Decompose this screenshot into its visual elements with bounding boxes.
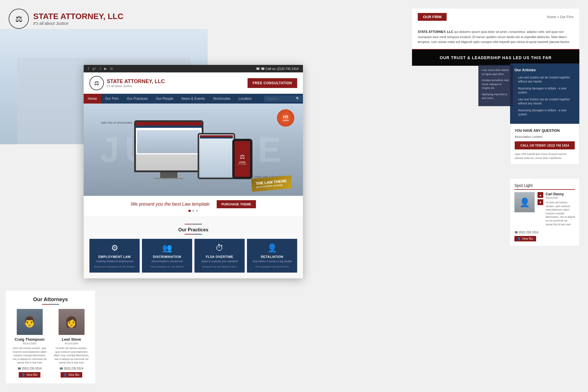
call-today-button[interactable]: CALL US TODAY: (312) 742 1414 <box>515 141 575 149</box>
hero-bottom: We present you the best Law template PUR… <box>84 196 303 217</box>
main-window: f g+ t ▶ in ☎ ☎ Call us: (212) 742 1414 … <box>84 65 303 278</box>
bg-firm-name: STATE ATTORNEY, LLC <box>33 12 123 21</box>
article-item-4[interactable]: ▪ Assessing damages in dollars - a new s… <box>514 108 575 117</box>
discrimination-icon: 👥 <box>145 243 189 253</box>
breadcrumb-home[interactable]: Home <box>547 15 556 19</box>
search-area: 🔍 <box>264 95 303 102</box>
twitter-icon[interactable]: t <box>100 67 101 71</box>
monitor-screen <box>136 122 202 170</box>
spotlight-prev-button[interactable]: ▲ <box>538 192 543 198</box>
user-icon-2: 👤 <box>63 373 67 376</box>
article-item-1[interactable]: ▪ Law and Justice can be created togethe… <box>514 76 575 84</box>
nav-item-home[interactable]: Home <box>84 94 101 104</box>
attorneys-title: Our Attorneys <box>12 297 89 303</box>
spotlight-details: Carl Danny Associate Ut enim ad minima v… <box>546 192 575 228</box>
question-body: oque nihil impedit quo minus id quod max… <box>515 152 575 160</box>
main-firm-tagline: It's all about Justice <box>107 85 165 88</box>
practice-card-2[interactable]: 👥 DISCRIMINATION Discriminations should … <box>142 239 192 273</box>
breadcrumb: Home » Our Firm <box>547 15 574 19</box>
spotlight-person-name: Carl Danny <box>546 192 575 196</box>
device-phone: ⚖ STATE ATTORNEY <box>232 139 252 179</box>
facebook-icon[interactable]: f <box>88 67 89 71</box>
article-item-2[interactable]: ▪ Assessing damages in dollars - a new s… <box>514 87 575 95</box>
main-header: ⚖ STATE ATTORNEY, LLC It's all about Jus… <box>84 72 303 94</box>
our-firm-badge: OUR FIRM <box>418 13 447 21</box>
dot-1[interactable] <box>188 210 191 212</box>
purchase-theme-button[interactable]: PURCHASE THEME <box>217 200 256 208</box>
breadcrumb-current: Our Firm <box>560 15 574 19</box>
spotlight-person-role: Associate <box>546 196 575 199</box>
practice-card-1[interactable]: ⚙ EMPLOYMENT LAW Anything Related to Emp… <box>89 239 140 273</box>
dot-2[interactable] <box>192 210 194 212</box>
practice-card-4[interactable]: 👤 RETALIATION Stop before it causes a bi… <box>247 239 297 273</box>
attorney-phone-2: ☎ (552) 226 3314 <box>53 367 89 370</box>
spotlight-title: Spot Light <box>514 183 575 190</box>
bg-firm-info: STATE ATTORNEY, LLC It's all about Justi… <box>33 12 123 26</box>
youtube-icon[interactable]: ▶ <box>104 67 107 71</box>
nav-item-location[interactable]: Location <box>235 94 256 104</box>
attorney-view-bio-button-2[interactable]: 👤 View Bio <box>61 372 82 378</box>
spotlight-view-bio-button[interactable]: 👤 View Bio <box>514 236 536 241</box>
linkedin-icon[interactable]: in <box>110 67 113 71</box>
bg-logo-icon: ⚖ <box>9 9 29 29</box>
overlay-text-1: t est, ennis dolor dolore eu ligula eget… <box>482 68 510 76</box>
device-monitor-container <box>134 120 203 179</box>
dot-3[interactable] <box>196 210 198 212</box>
free-consultation-button[interactable]: FREE CONSULTATION <box>248 78 297 88</box>
employment-law-desc: Neque porro quisquam est, qui dolorem <box>92 265 137 268</box>
attorney-role-2: Associate <box>53 342 89 345</box>
spotlight-card: 👤 ▲ ▼ <box>514 192 543 226</box>
article-text-1: Law and Justice can be created together … <box>518 76 575 84</box>
monitor-stand <box>160 172 177 178</box>
attorney-photo-2: 👩 <box>59 309 85 335</box>
nav-item-people[interactable]: Our People <box>152 94 177 104</box>
article-text-2: Assessing damages in dollars - a new sys… <box>518 87 575 95</box>
phone-bar: ☎ ☎ Call us: (212) 742 1414 <box>256 67 299 71</box>
discrimination-desc: Porro quisquam est, qui dolorem <box>145 265 189 268</box>
html5-badge-text: H5 CSS3 <box>283 115 289 122</box>
main-logo-icon: ⚖ <box>89 76 104 90</box>
shortcodes-label: with lots of shortcodes <box>101 121 132 124</box>
flsa-overtime-sub: Need to evaluate your standard <box>197 260 242 263</box>
main-firm-name: STATE ATTORNEY, LLC <box>107 78 165 85</box>
employment-law-icon: ⚙ <box>92 243 137 253</box>
attorney-bio-1: enim ad minima veniam, quis nostrum exer… <box>12 346 48 365</box>
nav-item-practices[interactable]: Our Practices <box>123 94 152 104</box>
spotlight-phone: ☎ (552) 226 3314 <box>514 231 575 234</box>
articles-title: Our Articles <box>514 68 575 72</box>
phone-number[interactable]: (212) 742 1414 <box>277 67 299 70</box>
logo-area: ⚖ STATE ATTORNEY, LLC It's all about Jus… <box>89 76 165 90</box>
google-plus-icon[interactable]: g+ <box>92 67 96 71</box>
nav-item-shortcodes[interactable]: Shortcodes <box>209 94 235 104</box>
overlay-side-panel: t est, ennis dolor dolore eu ligula eget… <box>478 65 513 106</box>
nav-item-our-firm[interactable]: Our Firm <box>101 94 123 104</box>
article-icon-2: ▪ <box>514 87 516 95</box>
articles-panel: Our Articles ▪ Law and Justice can be cr… <box>510 63 579 124</box>
firm-info: STATE ATTORNEY, LLC It's all about Justi… <box>107 78 165 88</box>
retaliation-sub: Stop before it causes a big trouble <box>250 260 294 263</box>
employment-law-sub: Anything Related to Employment <box>92 260 137 263</box>
overlay-text-3: deploying important ts and users. <box>482 93 510 100</box>
device-monitor <box>134 120 203 172</box>
article-text-3: Law and Justice can be created together … <box>518 97 575 106</box>
question-title: YOU HAVE ANY QUESTION <box>515 129 575 133</box>
attorney-name-1: Craig Thompson <box>12 337 48 342</box>
search-input[interactable] <box>267 97 296 100</box>
practices-grid: ⚙ EMPLOYMENT LAW Anything Related to Emp… <box>89 239 297 273</box>
search-icon[interactable]: 🔍 <box>296 97 300 101</box>
device-tablet <box>198 133 235 179</box>
hero-tagline: We present you the best Law template <box>131 202 209 207</box>
user-icon: 👤 <box>517 237 521 240</box>
nav-item-news[interactable]: News & Events <box>177 94 209 104</box>
spotlight-photo: 👤 <box>514 192 535 212</box>
attorney-view-bio-button-1[interactable]: 👤 View Bio <box>19 372 40 378</box>
retaliation-icon: 👤 <box>250 243 294 253</box>
practice-card-3[interactable]: ⏱ FLSA OVERTIME Need to evaluate your st… <box>194 239 245 273</box>
attorney-name-2: Lewi Steve <box>53 337 89 342</box>
spotlight-next-button[interactable]: ▼ <box>538 199 543 205</box>
employment-law-name: EMPLOYMENT LAW <box>92 255 137 258</box>
user-icon-1: 👤 <box>22 373 25 376</box>
article-item-3[interactable]: ▪ Law and Justice can be created togethe… <box>514 97 575 106</box>
discrimination-sub: Discriminations should end <box>145 260 189 263</box>
flsa-overtime-name: FLSA OVERTIME <box>197 255 242 258</box>
